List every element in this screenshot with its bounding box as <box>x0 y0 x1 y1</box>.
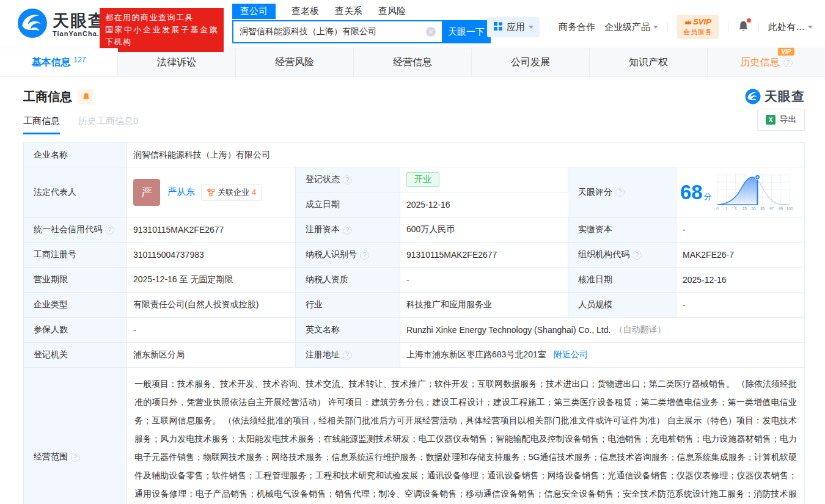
subscribe-bell-icon[interactable] <box>78 89 94 104</box>
subtab-business-info[interactable]: 工商信息 <box>23 115 60 134</box>
help-icon[interactable]: ? <box>343 351 352 360</box>
help-icon[interactable]: ? <box>615 188 625 197</box>
field-label: 天眼评分? <box>568 167 676 217</box>
tab-intellectual-property[interactable]: 知识产权 <box>590 48 708 76</box>
org-code-value: MAK2FE26-7 <box>676 243 804 268</box>
section-title: 工商信息 <box>23 89 72 105</box>
field-label: 法定代表人 <box>24 167 127 217</box>
network-icon <box>207 188 215 197</box>
field-label: 登记状态? <box>296 167 400 192</box>
watermark-logo: 天眼查 <box>745 88 805 105</box>
field-label: 参保人数 <box>24 318 127 343</box>
apps-menu[interactable]: 应用 <box>487 17 540 37</box>
paid-capital-value: - <box>676 217 804 243</box>
export-button[interactable]: X 导出 <box>757 109 805 131</box>
field-label: 企业名称 <box>24 143 127 167</box>
field-label: 实缴资本 <box>568 217 676 243</box>
svip-member-service[interactable]: SVIP 会员服务 <box>677 15 719 39</box>
registered-capital-value: 600万人民币 <box>400 217 568 243</box>
help-icon[interactable]: ? <box>71 453 80 462</box>
avatar[interactable]: 严 <box>133 179 160 206</box>
svg-text:85: 85 <box>760 206 765 211</box>
help-icon[interactable]: ? <box>105 225 114 235</box>
approval-date-value: 2025-12-16 <box>676 268 804 293</box>
svg-text:3: 3 <box>734 206 736 211</box>
auto-translate-note: （自动翻译） <box>614 324 666 335</box>
table-row: 登记机关 浦东新区分局 注册地址? 上海市浦东新区枣庄路683号北201室 附近… <box>24 343 804 368</box>
company-type-value: 有限责任公司(自然人投资或控股) <box>127 293 296 318</box>
clear-input-icon[interactable]: × <box>426 27 436 37</box>
subtab-history-business-info[interactable]: 历史工商信息0 <box>78 115 138 134</box>
tab-operating-info[interactable]: 经营信息 <box>354 48 472 76</box>
tab-operating-risk[interactable]: 经营风险 <box>236 48 354 76</box>
notification-bell-icon[interactable] <box>738 20 749 34</box>
slogan-banner: 都在用的商业查询工具 国家中小企业发展子基金旗下机构 <box>100 8 224 52</box>
grid-icon <box>493 21 503 33</box>
legal-rep-link[interactable]: 严从东 <box>167 186 195 198</box>
field-label: 纳税人资质 <box>296 268 400 293</box>
company-name-value: 润智信科能源科技（上海）有限公司 <box>127 143 804 167</box>
chevron-down-icon <box>529 26 534 29</box>
search-tab-company[interactable]: 查公司 <box>232 4 276 19</box>
tab-history-info[interactable]: 历史信息 VIP ? <box>708 48 825 76</box>
credit-code-value: 91310115MAK2FE2677 <box>127 217 296 243</box>
nav-enterprise-products[interactable]: 企业级产品 <box>604 21 658 33</box>
tianyan-score-cell: 68 分 <box>676 167 804 217</box>
help-icon[interactable]: ? <box>783 58 793 67</box>
nav-more[interactable]: 此处有… <box>768 21 813 33</box>
field-label: 企业类型 <box>24 293 127 318</box>
help-icon[interactable]: ? <box>632 250 642 260</box>
company-tab-bar: 基本信息127 法律诉讼 经营风险 经营信息 公司发展 知识产权 历史信息 VI… <box>0 48 825 77</box>
status-badge: 开业 <box>406 172 439 187</box>
field-label: 成立日期 <box>296 192 400 217</box>
english-name-cell: Runzhi Xinke Energy Technology (Shanghai… <box>400 318 804 343</box>
registration-number-value: 310115004737983 <box>127 243 296 268</box>
table-row: 经营范围? 一般项目：技术服务、技术开发、技术咨询、技术交流、技术转让、技术推广… <box>24 368 804 504</box>
notification-dot <box>747 18 751 23</box>
tab-company-development[interactable]: 公司发展 <box>472 48 590 76</box>
taxpayer-id-value: 91310115MAK2FE2677 <box>400 243 568 268</box>
field-label: 登记机关 <box>24 343 127 368</box>
taxpayer-quality-value: - <box>400 268 568 293</box>
business-term-value: 2025-12-16 至 无固定期限 <box>127 268 296 293</box>
score-unit: 分 <box>704 191 712 202</box>
business-scope-value: 一般项目：技术服务、技术开发、技术咨询、技术交流、技术转让、技术推广；软件开发；… <box>127 368 804 504</box>
table-row: 营业期限 2025-12-16 至 无固定期限 纳税人资质 - 核准日期 202… <box>24 268 804 293</box>
excel-icon: X <box>766 115 776 125</box>
subtab-row: 工商信息 历史工商信息0 X 导出 <box>23 114 805 134</box>
svg-text:X: X <box>768 117 772 123</box>
logo-swirl-icon <box>745 89 761 104</box>
help-icon[interactable]: ? <box>360 250 369 260</box>
tab-basic-info[interactable]: 基本信息127 <box>0 48 118 76</box>
table-row: 参保人数 - 英文名称 Runzhi Xinke Energy Technolo… <box>24 318 804 343</box>
search-tab-relation[interactable]: 查关系 <box>335 5 362 17</box>
svg-text:99: 99 <box>778 206 783 211</box>
vip-badge: VIP <box>778 48 794 56</box>
help-icon[interactable]: ? <box>343 175 352 184</box>
field-label: 营业期限 <box>24 268 127 293</box>
search-tab-boss[interactable]: 查老板 <box>292 5 319 17</box>
field-label: 组织机构代码? <box>568 243 676 268</box>
help-icon[interactable]: ? <box>343 225 352 235</box>
logo-swirl-icon <box>17 8 48 41</box>
search-tab-risk[interactable]: 查风险 <box>378 5 406 17</box>
nav-cooperation[interactable]: 商务合作 <box>559 21 595 33</box>
search-block: 查公司 查老板 查关系 查风险 × 天眼一下 <box>232 3 491 43</box>
tab-legal-proceedings[interactable]: 法律诉讼 <box>118 48 236 76</box>
related-companies-badge[interactable]: 关联企业 4 <box>201 184 262 201</box>
search-button[interactable]: 天眼一下 <box>442 20 491 43</box>
header-nav: 应用 商务合作 企业级产品 SVIP 会员服务 此处有… <box>487 15 813 39</box>
field-label: 行业 <box>296 293 400 318</box>
staff-size-value: - <box>676 293 804 318</box>
chevron-down-icon <box>653 26 658 29</box>
nearby-companies-link[interactable]: 附近公司 <box>554 349 588 360</box>
field-label: 注册资本? <box>296 217 400 243</box>
table-row: 统一社会信用代码? 91310115MAK2FE2677 注册资本? 600万人… <box>24 217 804 243</box>
svg-text:50: 50 <box>751 206 756 211</box>
table-row: 工商注册号 310115004737983 纳税人识别号? 91310115MA… <box>24 243 804 268</box>
top-header: 天眼查 TianYanCha.com 都在用的商业查询工具 国家中小企业发展子基… <box>0 0 825 48</box>
svg-text:1: 1 <box>725 206 728 211</box>
search-input[interactable] <box>232 20 442 43</box>
field-label: 统一社会信用代码? <box>24 217 127 243</box>
score-value: 68 <box>680 182 703 202</box>
